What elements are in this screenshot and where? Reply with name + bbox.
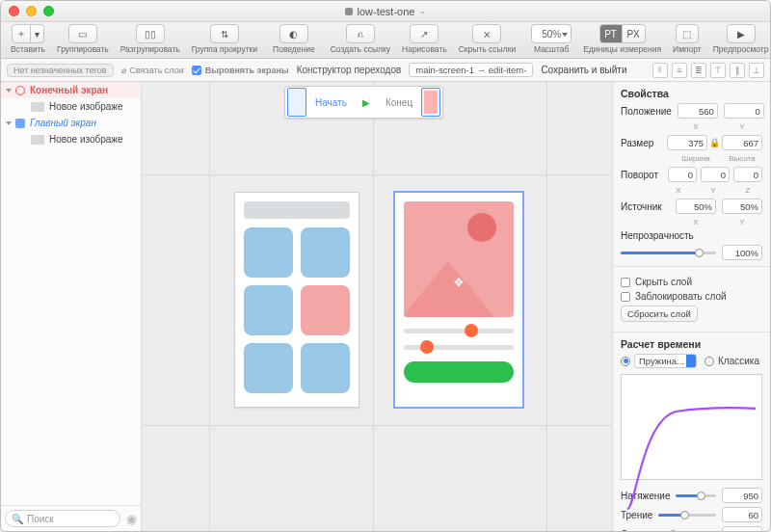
align-left-icon[interactable]: ⦀	[652, 63, 668, 78]
create-link-button[interactable]: ⎌	[346, 24, 375, 43]
flow-thumb-start[interactable]	[287, 88, 306, 117]
align-top-icon[interactable]: ⊤	[710, 63, 726, 78]
velocity-input[interactable]: 0	[722, 526, 762, 531]
mock-header	[244, 201, 350, 219]
origin-y-input[interactable]: 50%	[722, 199, 762, 214]
preview-label: Предпросмотр	[713, 44, 769, 54]
layer-row-main-screen[interactable]: Главный экран	[1, 115, 141, 131]
align-screens-toggle[interactable]: Выровнять экраны	[192, 66, 289, 75]
document-title: low-test-one	[358, 6, 415, 17]
insert-dropdown[interactable]: ▾	[31, 24, 44, 43]
alignment-tools: ⦀ ≡ ≣ ⊤ ∥ ⊥	[652, 63, 764, 78]
lock-aspect-icon[interactable]: 🔒	[709, 138, 720, 147]
spring-radio[interactable]	[621, 357, 630, 366]
layer-row-image-1[interactable]: Новое изображе	[1, 98, 141, 115]
minimize-icon[interactable]	[26, 6, 37, 16]
lock-layer-toggle[interactable]: Заблокировать слой	[621, 291, 762, 302]
preview-button[interactable]: ▶	[727, 24, 756, 43]
timing-title: Расчет времени	[621, 338, 762, 350]
layers-panel: Конечный экран Новое изображе Главный эк…	[1, 82, 142, 531]
align-screens-checkbox[interactable]	[192, 66, 201, 75]
group-button[interactable]: ▭	[68, 24, 97, 43]
reset-layer-button[interactable]: Сбросить слой	[621, 306, 698, 322]
close-icon[interactable]	[9, 6, 19, 16]
scroll-group-label: Группа прокрутки	[192, 44, 257, 54]
transition-builder-label[interactable]: Конструктор переходов	[297, 65, 402, 75]
zoom-select[interactable]: 50%	[531, 24, 572, 43]
mock-image: ✥	[404, 201, 514, 317]
play-icon[interactable]: ▶	[356, 92, 377, 113]
align-middle-icon[interactable]: ∥	[730, 63, 745, 78]
align-right-icon[interactable]: ≣	[691, 63, 706, 78]
ungroup-button[interactable]: ▯▯	[136, 24, 165, 43]
image-icon	[31, 135, 44, 145]
layer-label: Главный экран	[30, 118, 135, 128]
breadcrumb[interactable]: main-screen-1 → edit-item-	[409, 63, 533, 77]
position-y-input[interactable]: 0	[724, 103, 764, 119]
mock-tile	[244, 227, 293, 278]
layer-row-end-screen[interactable]: Конечный экран	[1, 82, 141, 98]
friction-slider[interactable]	[658, 514, 716, 517]
hide-layer-checkbox[interactable]	[621, 278, 630, 287]
no-tags-pill: Нет незначенных тегов	[7, 64, 114, 77]
layers-footer: 🔍 Поиск ◉	[1, 505, 141, 531]
align-center-h-icon[interactable]: ≡	[672, 63, 687, 78]
flow-thumb-end[interactable]	[421, 88, 440, 117]
behavior-button[interactable]: ◐	[279, 24, 308, 43]
canvas[interactable]: Начать ▶ Конец	[142, 82, 612, 531]
link-layers-button[interactable]: ⌀Связать слои	[121, 66, 184, 75]
mountain-shape-icon	[404, 261, 496, 317]
disclosure-icon[interactable]	[6, 89, 12, 93]
layer-search-input[interactable]: 🔍 Поиск	[5, 510, 120, 527]
spring-select[interactable]: Пружина...	[634, 354, 697, 368]
scroll-group-button[interactable]: ⇅	[210, 24, 239, 43]
height-input[interactable]: 667	[722, 135, 762, 150]
import-label: Импорт	[673, 44, 702, 54]
insert-label: Вставить	[11, 44, 45, 54]
draw-link-button[interactable]: ↗	[410, 24, 439, 43]
move-cursor-icon: ✥	[454, 276, 464, 289]
import-button[interactable]: ⬚	[676, 24, 699, 43]
origin-x-input[interactable]: 50%	[676, 199, 716, 214]
window-controls	[9, 6, 54, 16]
classic-radio-option[interactable]: Классика	[705, 356, 759, 366]
flow-start-button[interactable]: Начать	[308, 92, 354, 113]
rotation-x-input[interactable]: 0	[668, 167, 697, 182]
tension-slider[interactable]	[676, 494, 716, 497]
flow-end-button[interactable]: Конец	[379, 92, 419, 113]
rotation-label: Поворот	[621, 170, 658, 180]
zoom-window-icon[interactable]	[43, 6, 54, 16]
artboard-main-screen[interactable]	[234, 192, 359, 408]
image-icon	[31, 102, 44, 112]
hide-layer-toggle[interactable]: Скрыть слой	[621, 277, 762, 287]
hide-links-button[interactable]: ⨯	[472, 24, 501, 43]
size-label: Размер	[621, 138, 653, 148]
spring-radio-option[interactable]: Пружина...	[621, 354, 697, 368]
flow-toolbar[interactable]: Начать ▶ Конец	[284, 86, 443, 119]
opacity-slider[interactable]	[621, 252, 716, 254]
visibility-toggle-icon[interactable]: ◉	[126, 512, 137, 526]
rotation-z-input[interactable]: 0	[733, 167, 762, 182]
layer-row-image-2[interactable]: Новое изображе	[1, 131, 141, 147]
opacity-label: Непрозрачность	[621, 230, 694, 241]
units-label: Единицы измерения	[583, 44, 661, 54]
units-segmented[interactable]: PT PX	[599, 24, 646, 43]
classic-radio[interactable]	[705, 357, 714, 366]
artboard-end-screen[interactable]: ✥	[394, 192, 523, 408]
units-px-button[interactable]: PX	[623, 24, 646, 43]
save-and-exit-button[interactable]: Сохранить и выйти	[541, 65, 626, 75]
window-title: low-test-one ⌄	[345, 6, 427, 17]
group-label: Группировать	[57, 44, 109, 54]
lock-layer-checkbox[interactable]	[621, 292, 630, 302]
units-pt-button[interactable]: PT	[599, 24, 623, 43]
grid-line	[142, 174, 612, 175]
position-x-input[interactable]: 560	[678, 103, 718, 119]
align-bottom-icon[interactable]: ⊥	[749, 63, 764, 78]
disclosure-icon[interactable]	[6, 121, 12, 125]
insert-button[interactable]: ＋	[12, 24, 31, 43]
grid-line	[546, 82, 547, 531]
layer-label: Конечный экран	[30, 85, 135, 95]
width-input[interactable]: 375	[667, 135, 707, 150]
rotation-y-input[interactable]: 0	[701, 167, 730, 182]
opacity-input[interactable]: 100%	[722, 245, 762, 260]
